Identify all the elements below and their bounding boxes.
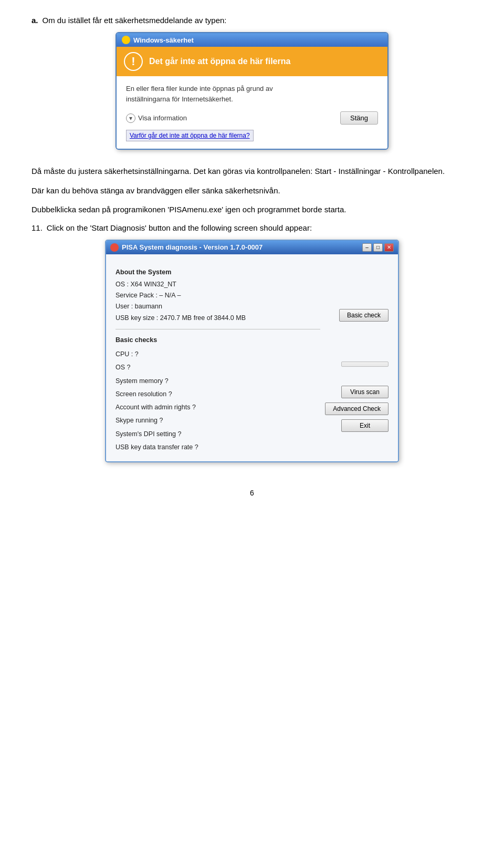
pisa-system-info: OS : X64 WIN32_NT Service Pack : – N/A –… [116,279,320,324]
win-security-body: En eller flera filer kunde inte öppnas p… [117,76,387,149]
check-row-2: System memory ? [116,375,320,388]
win-security-title: Windows-säkerhet [133,36,194,44]
win-security-warning-bar: Det går inte att öppna de här filerna [117,47,387,76]
step-11-number: 11. [32,223,43,232]
check-row-0: CPU : ? [116,348,320,361]
usb-transfer-button [341,362,388,367]
pisa-titlebar: PISA System diagnosis - Version 1.7.0-00… [106,241,398,254]
body-paragraph-2: Där kan du behöva stänga av brandväggen … [32,185,280,197]
pisa-system-section-title: About the System [116,267,320,278]
pisa-titlebar-left: PISA System diagnosis - Version 1.7.0-00… [110,243,262,252]
virus-scan-button[interactable]: Virus scan [341,386,388,398]
pisa-basic-checks-title: Basic checks [116,335,320,346]
titlebar-left: Windows-säkerhet [122,36,194,44]
win-security-desc: En eller flera filer kunde inte öppnas p… [126,84,378,104]
exit-button[interactable]: Exit [341,419,388,432]
system-info-row-0: OS : X64 WIN32_NT [116,279,320,290]
win-title-icon [122,36,130,44]
pisa-window-controls: – □ ✕ [362,243,394,252]
pisa-checks-list: CPU : ? OS ? System memory ? Screen reso… [116,348,320,454]
pisa-left-panel: About the System OS : X64 WIN32_NT Servi… [116,262,320,455]
stang-button[interactable]: Stäng [340,111,378,125]
step-11-text: Click on the 'Start Diagnosis' button an… [47,223,312,232]
basic-check-button[interactable]: Basic check [339,309,388,322]
advanced-check-button[interactable]: Advanced Check [325,402,388,415]
windows-security-dialog: Windows-säkerhet Det går inte att öppna … [116,32,388,150]
pisa-logo-icon [110,243,119,252]
page-content: a. Om du istället får ett säkerhetsmedde… [32,16,472,497]
pisa-divider [116,329,320,329]
win-security-actions: ▾ Visa information Stäng [126,111,378,125]
body-paragraph-3: Dubbelklicka sedan på programikonen 'PIS… [32,204,346,216]
check-row-1: OS ? [116,361,320,374]
check-row-3: Screen resolution ? [116,388,320,401]
win-security-link[interactable]: Varför går det inte att öppna de här fil… [126,130,254,141]
minimize-button[interactable]: – [362,243,372,252]
maximize-button[interactable]: □ [373,243,383,252]
warning-text: Det går inte att öppna de här filerna [149,57,290,66]
system-info-row-3: USB key size : 2470.7 MB free of 3844.0 … [116,313,320,324]
pisa-diagnosis-window: PISA System diagnosis - Version 1.7.0-00… [105,240,399,463]
check-row-6: System's DPI setting ? [116,428,320,441]
system-info-row-1: Service Pack : – N/A – [116,290,320,301]
pisa-right-panel: Basic check Virus scan Advanced Check Ex… [320,262,388,455]
intro-label: a. [32,16,38,25]
pisa-body: About the System OS : X64 WIN32_NT Servi… [106,254,398,462]
close-button[interactable]: ✕ [384,243,394,252]
check-row-5: Skype running ? [116,414,320,427]
warning-icon [124,52,143,71]
body-paragraph-1: Då måste du justera säkerhetsinställning… [32,166,445,178]
system-info-row-2: User : baumann [116,301,320,312]
check-row-4: Account with admin rights ? [116,401,320,414]
win-security-titlebar: Windows-säkerhet [117,33,387,47]
intro-text: Om du istället får ett säkerhetsmeddelan… [43,16,227,25]
visa-info-icon: ▾ [126,113,135,123]
visa-information-button[interactable]: ▾ Visa information [126,113,187,123]
win-security-link-container: Varför går det inte att öppna de här fil… [126,130,378,141]
step-11-section: 11. Click on the 'Start Diagnosis' butto… [32,223,312,232]
page-number: 6 [32,489,472,497]
intro-section: a. Om du istället får ett säkerhetsmedde… [32,16,227,25]
check-row-7: USB key data transfer rate ? [116,441,320,454]
pisa-title: PISA System diagnosis - Version 1.7.0-00… [122,243,262,251]
